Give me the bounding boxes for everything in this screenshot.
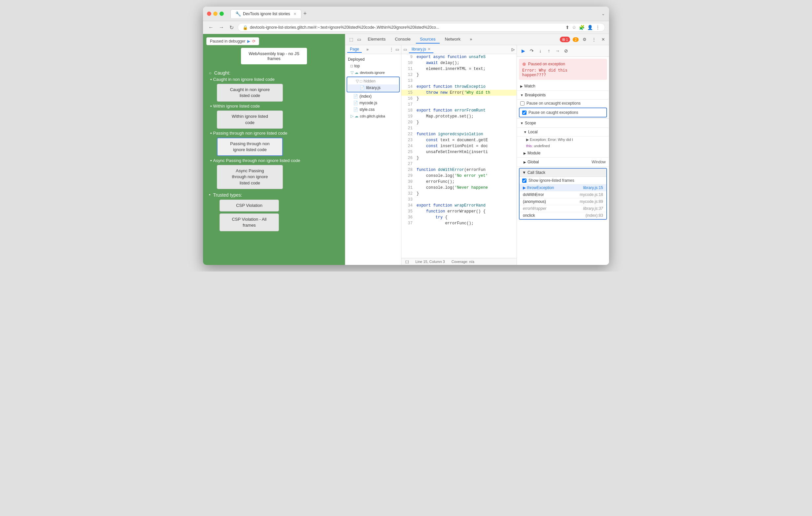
code-line-16: 16 }: [401, 96, 517, 102]
more-options-icon[interactable]: ⋮: [590, 36, 597, 43]
close-devtools-icon[interactable]: ✕: [600, 36, 606, 43]
local-this-item: this: undefined: [517, 143, 609, 149]
hidden-folder-group: ▽ □ hidden 📄 library.js: [347, 77, 400, 92]
step-out-button[interactable]: ↑: [545, 47, 553, 55]
library-js-tab[interactable]: library.js ✕: [409, 46, 433, 53]
editor-panel-icon[interactable]: ▭: [403, 47, 407, 52]
split-icon[interactable]: ▭: [396, 47, 399, 52]
bookmark-icon[interactable]: ☆: [572, 25, 576, 30]
scope-header[interactable]: ▼ Scope: [517, 119, 609, 128]
html-file-icon: 📄: [353, 94, 358, 99]
local-exception-item: ▶ Exception: Error: Why did t: [517, 136, 609, 143]
caught-non-ignore-button[interactable]: Caught in non ignorelisted code: [217, 84, 283, 102]
code-line-10: 10 await delay();: [401, 60, 517, 66]
settings-icon[interactable]: ⚙: [581, 36, 588, 43]
call-stack-onclick[interactable]: onclick (index):83: [520, 212, 606, 219]
cursor-tool-icon[interactable]: ⬚: [348, 36, 354, 43]
sync-icon[interactable]: ⋮: [389, 47, 394, 52]
tab-more[interactable]: »: [466, 35, 476, 43]
new-tab-button[interactable]: +: [303, 10, 307, 17]
back-button[interactable]: ←: [207, 24, 215, 31]
fn-anonymous: (anonymous): [523, 199, 546, 204]
breakpoints-label: Breakpoints: [525, 93, 546, 97]
device-tool-icon[interactable]: ▭: [356, 36, 362, 43]
fn-throw-exception: ▶ throwException: [523, 185, 554, 190]
extension-icon[interactable]: 🧩: [579, 25, 585, 30]
async-passing-button[interactable]: Async Passingthrough non ignorelisted co…: [217, 165, 283, 189]
page-tab[interactable]: Page: [347, 46, 362, 53]
main-content: Paused in debugger ▶ ⟳ WebAssembly trap …: [203, 34, 609, 265]
pause-caught-checkbox[interactable]: [522, 111, 526, 115]
share-icon[interactable]: ⬆: [566, 25, 570, 30]
step-into-button[interactable]: ↓: [537, 47, 544, 55]
watch-section-header[interactable]: ▶ Watch: [517, 82, 609, 91]
tab-sources[interactable]: Sources: [416, 35, 440, 43]
step-icon[interactable]: ⟳: [252, 39, 256, 43]
resume-button[interactable]: ▶: [520, 47, 527, 55]
code-line-37: 37 errorFunc();: [401, 220, 517, 226]
tab-network[interactable]: Network: [441, 35, 465, 43]
library-js-label: library.js: [366, 86, 381, 90]
code-editor[interactable]: 9 export async function unsafeS 10 await…: [401, 54, 517, 258]
spy-icon[interactable]: 👤: [587, 25, 593, 30]
index-item[interactable]: 📄 (index): [345, 93, 401, 100]
scope-arrow: ▼: [520, 121, 523, 125]
play-icon[interactable]: ▶: [247, 39, 250, 43]
browser-tab[interactable]: 🔧 DevTools ignore list stories ✕: [230, 9, 301, 18]
address-field[interactable]: 🔒 devtools-ignore-list-stories.glitch.me…: [238, 23, 605, 32]
library-js-tab-close[interactable]: ✕: [428, 47, 431, 52]
close-window-button[interactable]: [207, 11, 211, 16]
deactivate-breakpoints-button[interactable]: ⊘: [562, 47, 570, 55]
format-icon[interactable]: { }: [405, 260, 409, 264]
devtools-ignore-item[interactable]: ▽ ☁ devtools-ignore: [345, 69, 401, 76]
sources-sub-toolbar: Page » ⋮ ▭: [345, 45, 401, 54]
cdn-item[interactable]: ▷ ☁ cdn.glitch.globa: [345, 113, 401, 119]
menu-dots-icon[interactable]: ⋮: [596, 25, 600, 30]
reload-button[interactable]: ↻: [228, 24, 235, 31]
call-stack-header[interactable]: ▼ Call Stack: [520, 169, 606, 177]
fn-do-with-error: doWithError: [523, 192, 544, 197]
call-stack-anonymous[interactable]: (anonymous) mycode.js:89: [520, 198, 606, 205]
top-item[interactable]: □ top: [345, 63, 401, 69]
debugger-toolbar: ▶ ↷ ↓ ↑ → ⊘: [517, 45, 609, 57]
cdn-label: cdn.glitch.globa: [360, 114, 385, 118]
tab-close-button[interactable]: ✕: [293, 12, 296, 16]
pause-uncaught-checkbox[interactable]: [520, 101, 524, 105]
global-header[interactable]: ▶ Global Window: [517, 158, 609, 166]
csp-violation-button[interactable]: CSP Violation: [220, 200, 279, 211]
within-ignore-button[interactable]: Within ignore listedcode: [217, 111, 283, 128]
code-line-25: 25 unsafeSetInnerHtml(inserti: [401, 149, 517, 155]
item3-label: Passing through non ignore listed code: [213, 131, 288, 135]
call-stack-error-wrapper[interactable]: errorWrapper library.js:37: [520, 205, 606, 212]
hidden-folder-item[interactable]: ▽ □ hidden: [348, 78, 398, 85]
step-button[interactable]: →: [554, 47, 561, 55]
tab-elements[interactable]: Elements: [364, 35, 389, 43]
breakpoints-header[interactable]: ▼ Breakpoints: [517, 91, 609, 100]
csp-all-frames-button[interactable]: CSP Violation - All frames: [220, 213, 279, 231]
show-ignore-checkbox[interactable]: [522, 179, 526, 183]
error-count-badge: ⊗ 1: [560, 37, 570, 42]
style-css-item[interactable]: 📄 style.css: [345, 106, 401, 113]
editor-more-icon[interactable]: ▷: [512, 47, 515, 52]
mycode-js-item[interactable]: 📄 mycode.js: [345, 100, 401, 106]
library-js-item[interactable]: 📄 library.js: [348, 85, 398, 91]
module-header[interactable]: ▶ Module: [517, 149, 609, 158]
call-stack-do-with-error[interactable]: doWithError mycode.js:18: [520, 191, 606, 198]
global-label: Global: [527, 160, 539, 164]
call-stack-box: ▼ Call Stack Show ignore-listed frames ▶…: [519, 168, 607, 220]
code-line-15: 15 throw new Error('Why did th: [401, 90, 517, 96]
passing-through-button[interactable]: Passing through nonignore listed code: [217, 138, 283, 156]
maximize-window-button[interactable]: [220, 11, 224, 16]
watch-label: Watch: [524, 84, 535, 88]
forward-button[interactable]: →: [218, 24, 226, 31]
pause-caught-label: Pause on caught exceptions: [528, 110, 578, 115]
window-chevron[interactable]: ⌄: [601, 11, 605, 16]
code-line-36: 36 try {: [401, 214, 517, 220]
call-stack-throw-exception[interactable]: ▶ throwException library.js:15: [520, 184, 606, 191]
minimize-window-button[interactable]: [213, 11, 218, 16]
tab-console[interactable]: Console: [391, 35, 414, 43]
more-sources-tab[interactable]: »: [364, 47, 371, 53]
local-header[interactable]: ▼ Local: [517, 128, 609, 136]
code-line-27: 27: [401, 161, 517, 167]
step-over-button[interactable]: ↷: [528, 47, 535, 55]
